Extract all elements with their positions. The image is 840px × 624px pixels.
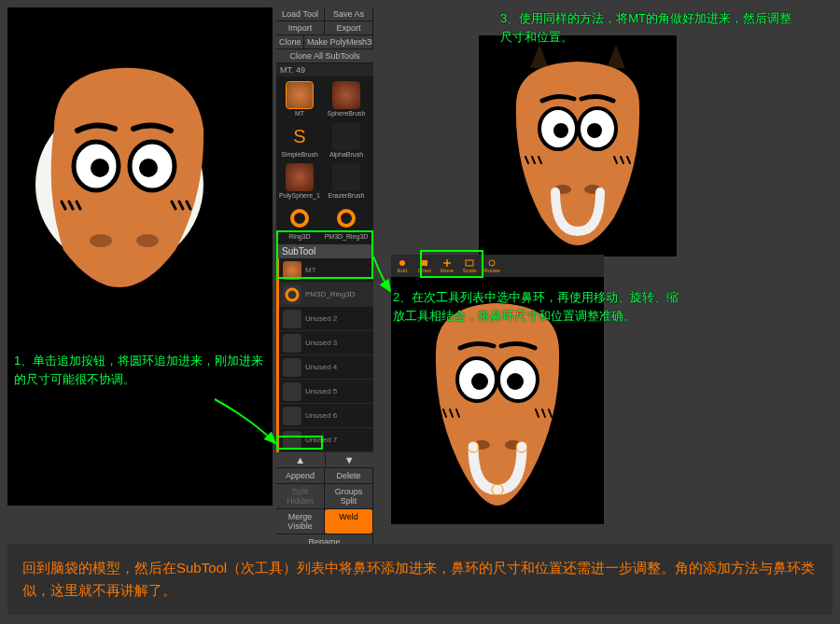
svg-point-5 bbox=[90, 234, 112, 247]
split-hidden-button[interactable]: Split Hidden bbox=[276, 484, 325, 508]
tool-erazerbrush[interactable]: ErazerBrush bbox=[323, 160, 370, 201]
export-button[interactable]: Export bbox=[325, 21, 373, 35]
weld-button[interactable]: Weld bbox=[325, 509, 373, 534]
subtool-header[interactable]: SubTool bbox=[276, 244, 373, 258]
tool-alphabrush[interactable]: AlphaBrush bbox=[323, 119, 370, 160]
merge-visible-button[interactable]: Merge Visible bbox=[276, 509, 325, 534]
rotate-mode-button[interactable]: Rotate bbox=[482, 257, 502, 275]
svg-rect-30 bbox=[466, 260, 473, 266]
subtool-item[interactable]: Unused 4 bbox=[279, 355, 373, 380]
model-name-label: MT. 49 bbox=[276, 63, 373, 76]
subtool-item[interactable]: Unused 3 bbox=[279, 331, 373, 355]
svg-point-17 bbox=[553, 123, 568, 138]
import-button[interactable]: Import bbox=[276, 21, 325, 35]
annotation-1: 1、单击追加按钮，将圆环追加进来，刚加进来的尺寸可能很不协调。 bbox=[14, 352, 275, 388]
load-tool-button[interactable]: Load Tool bbox=[276, 7, 325, 21]
svg-point-14 bbox=[339, 211, 354, 226]
svg-point-19 bbox=[587, 123, 602, 138]
gizmo-toolbar: Edit Draw Move Scale Rotate bbox=[391, 255, 604, 277]
annotation-2: 2、在次工具列表中选中鼻环，再使用移动、旋转、缩放工具相结合，将鼻环尺寸和位置调… bbox=[393, 288, 682, 325]
tool-ring3d[interactable]: Ring3D bbox=[276, 201, 323, 243]
subtool-list: MT PM3D_Ring3D Unused 2 Unused 3 Unused … bbox=[276, 258, 373, 452]
subtool-actions: ▲▼ AppendDelete Split HiddenGroups Split… bbox=[276, 452, 373, 550]
svg-point-2 bbox=[91, 159, 109, 177]
main-viewport[interactable] bbox=[7, 7, 273, 506]
scale-mode-button[interactable]: Scale bbox=[459, 257, 480, 275]
svg-rect-29 bbox=[422, 260, 427, 266]
svg-point-4 bbox=[139, 159, 158, 177]
move-mode-button[interactable]: Move bbox=[437, 257, 457, 275]
subtool-item[interactable]: Unused 6 bbox=[279, 404, 373, 428]
svg-point-33 bbox=[471, 373, 488, 390]
subtool-item[interactable]: Unused 5 bbox=[279, 380, 373, 404]
draw-mode-button[interactable]: Draw bbox=[414, 257, 435, 275]
preview-viewport-horns[interactable] bbox=[479, 35, 677, 257]
svg-point-35 bbox=[507, 373, 524, 390]
tool-panel: Load ToolSave As ImportExport CloneMake … bbox=[276, 7, 373, 511]
subtool-item[interactable]: Unused 2 bbox=[279, 307, 373, 331]
tool-grid: MT SphereBrush SSimpleBrush AlphaBrush P… bbox=[276, 76, 373, 244]
tool-polysphere[interactable]: PolySphere_1 bbox=[276, 160, 323, 201]
subtool-item-ring[interactable]: PM3D_Ring3D bbox=[279, 283, 373, 307]
svg-point-6 bbox=[136, 234, 159, 247]
delete-button[interactable]: Delete bbox=[325, 468, 373, 483]
tool-mt[interactable]: MT bbox=[276, 78, 323, 119]
bottom-caption: 回到脑袋的模型，然后在SubTool（次工具）列表中将鼻环添加进来，鼻环的尺寸和… bbox=[7, 544, 833, 615]
svg-point-15 bbox=[287, 289, 298, 300]
make-polymesh-button[interactable]: Make PolyMesh3D bbox=[304, 35, 373, 49]
clone-button[interactable]: Clone bbox=[276, 35, 304, 49]
annotation-3: 3、使用同样的方法，将MT的角做好加进来，然后调整尺寸和位置。 bbox=[500, 9, 799, 46]
groups-split-button[interactable]: Groups Split bbox=[325, 484, 373, 508]
save-as-button[interactable]: Save As bbox=[325, 7, 373, 21]
svg-point-28 bbox=[399, 260, 405, 266]
tool-simplebrush[interactable]: SSimpleBrush bbox=[276, 119, 323, 160]
subtool-item-mt[interactable]: MT bbox=[279, 258, 373, 283]
clone-all-subtools-button[interactable]: Clone All SubTools bbox=[276, 49, 373, 62]
svg-point-13 bbox=[292, 211, 307, 226]
tool-spherebrush[interactable]: SphereBrush bbox=[323, 78, 370, 119]
subtool-item[interactable]: Unused 7 bbox=[279, 428, 373, 452]
svg-point-31 bbox=[489, 260, 495, 266]
append-button[interactable]: Append bbox=[276, 468, 325, 483]
edit-mode-button[interactable]: Edit bbox=[392, 257, 413, 275]
tool-pm3d-ring3d[interactable]: PM3D_Ring3D bbox=[323, 201, 370, 243]
